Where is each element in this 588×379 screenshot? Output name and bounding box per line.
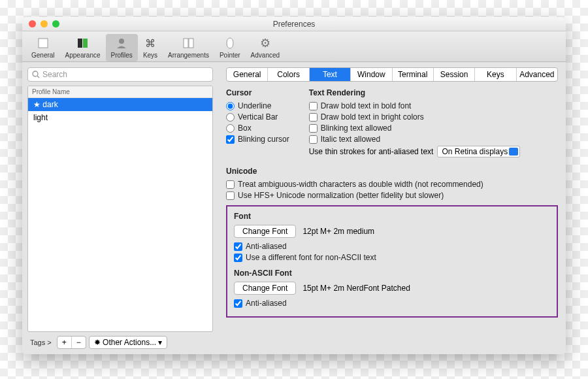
ptab-session[interactable]: Session (434, 68, 475, 81)
ptab-window[interactable]: Window (351, 68, 392, 81)
render-bold-font[interactable]: Draw bold text in bold font (309, 101, 520, 110)
svg-rect-4 (184, 39, 188, 48)
svg-point-7 (33, 71, 38, 76)
tags-button[interactable]: Tags > (27, 337, 54, 348)
ptab-text[interactable]: Text (310, 68, 351, 81)
nonascii-font-antialiased[interactable]: Anti-aliased (234, 299, 550, 308)
cursor-underline[interactable]: Underline (226, 101, 289, 110)
font-title: Font (234, 212, 550, 221)
toolbar: General Appearance Profiles ⌘Keys Arrang… (22, 31, 566, 62)
ptab-advanced[interactable]: Advanced (517, 68, 557, 81)
tab-appearance[interactable]: Appearance (60, 34, 106, 61)
profile-list-header: Profile Name (28, 86, 212, 98)
render-blinking[interactable]: Blinking text allowed (309, 124, 520, 133)
add-profile-button[interactable]: + (57, 337, 72, 348)
nonascii-font-title: Non-ASCII Font (234, 269, 550, 278)
tab-keys[interactable]: ⌘Keys (138, 34, 163, 61)
ptab-colors[interactable]: Colors (268, 68, 309, 81)
svg-rect-5 (189, 39, 193, 48)
unicode-title: Unicode (226, 167, 558, 176)
sidebar: Search Profile Name ★ dark light Tags > … (22, 62, 218, 354)
cursor-box[interactable]: Box (226, 124, 289, 133)
preferences-window: Preferences General Appearance Profiles … (22, 17, 566, 354)
render-bold-bright[interactable]: Draw bold text in bright colors (309, 112, 520, 122)
unicode-ambiguous[interactable]: Treat ambiguous-width characters as doub… (226, 180, 558, 189)
ptab-general[interactable]: General (227, 68, 268, 81)
profile-row[interactable]: light (28, 111, 212, 124)
search-input[interactable]: Search (27, 67, 213, 82)
ptab-keys[interactable]: Keys (475, 68, 516, 81)
ptab-terminal[interactable]: Terminal (393, 68, 434, 81)
tab-arrangements[interactable]: Arrangements (163, 34, 214, 61)
render-italic[interactable]: Italic text allowed (309, 135, 520, 144)
gear-icon: ✸ (94, 338, 101, 347)
tab-advanced[interactable]: ⚙Advanced (246, 34, 285, 61)
gear-icon: ⚙ (260, 36, 270, 50)
thin-strokes-label: Use thin strokes for anti-aliased text (309, 147, 434, 156)
tab-general[interactable]: General (26, 34, 60, 61)
font-diff-nonascii[interactable]: Use a different font for non-ASCII text (234, 253, 550, 262)
minimize-icon[interactable] (41, 20, 48, 27)
profile-list: Profile Name ★ dark light (27, 86, 213, 332)
font-section: Font Change Font 12pt M+ 2m medium Anti-… (226, 205, 558, 318)
chevron-down-icon: ▾ (158, 338, 162, 347)
content-pane: General Colors Text Window Terminal Sess… (218, 62, 566, 354)
change-font-button[interactable]: Change Font (234, 225, 296, 238)
svg-line-8 (37, 76, 39, 78)
close-icon[interactable] (29, 20, 36, 27)
nonascii-font-description: 15pt M+ 2m NerdFont Patched (302, 284, 410, 293)
titlebar: Preferences (22, 17, 566, 31)
profile-row[interactable]: ★ dark (28, 98, 212, 111)
svg-point-3 (119, 39, 124, 44)
svg-rect-2 (83, 39, 88, 48)
cursor-vertical[interactable]: Vertical Bar (226, 112, 289, 122)
other-actions-menu[interactable]: ✸ Other Actions... ▾ (90, 337, 167, 348)
svg-rect-1 (78, 39, 82, 48)
remove-profile-button[interactable]: − (72, 337, 86, 348)
thin-strokes-select[interactable]: On Retina displays (437, 146, 520, 157)
change-nonascii-font-button[interactable]: Change Font (234, 282, 296, 295)
zoom-icon[interactable] (52, 20, 59, 27)
svg-point-6 (227, 38, 233, 48)
cursor-blinking[interactable]: Blinking cursor (226, 135, 289, 144)
profile-tabs: General Colors Text Window Terminal Sess… (226, 67, 558, 82)
svg-rect-0 (39, 39, 48, 48)
font-antialiased[interactable]: Anti-aliased (234, 242, 550, 251)
font-description: 12pt M+ 2m medium (302, 227, 374, 236)
render-title: Text Rendering (309, 88, 520, 97)
unicode-hfs[interactable]: Use HFS+ Unicode normalization (better f… (226, 191, 558, 200)
tab-pointer[interactable]: Pointer (214, 34, 246, 61)
search-icon (32, 71, 40, 78)
tab-profiles[interactable]: Profiles (106, 34, 138, 61)
window-title: Preferences (273, 20, 316, 29)
cursor-title: Cursor (226, 88, 289, 97)
